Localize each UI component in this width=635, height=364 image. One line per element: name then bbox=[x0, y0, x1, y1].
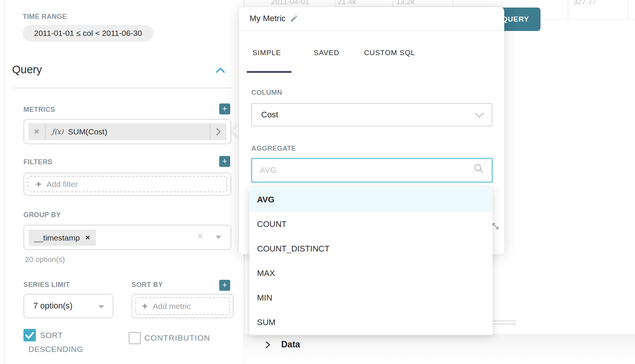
data-section-label: Data bbox=[281, 339, 300, 350]
metric-body[interactable]: ƒ(x) SUM(Cost) bbox=[46, 123, 210, 140]
function-icon: ƒ(x) bbox=[52, 128, 64, 136]
contribution-label: CONTRIBUTION bbox=[144, 333, 210, 342]
clear-select-icon[interactable]: ✕ bbox=[197, 232, 203, 241]
plus-icon: + bbox=[142, 302, 147, 310]
column-label: COLUMN bbox=[251, 89, 282, 97]
sort-by-container: + Add metric bbox=[132, 294, 234, 318]
aggregate-input[interactable] bbox=[251, 158, 493, 182]
sort-by-label: SORT BY bbox=[132, 281, 163, 289]
search-icon bbox=[473, 163, 484, 174]
time-range-label: TIME RANGE bbox=[23, 13, 67, 21]
add-metric-button[interactable]: + bbox=[219, 103, 230, 114]
remove-metric-icon[interactable]: ✕ bbox=[28, 123, 46, 140]
data-section-header[interactable]: Data bbox=[265, 339, 300, 350]
tab-simple[interactable]: SIMPLE bbox=[252, 49, 281, 57]
active-tab-indicator bbox=[247, 71, 291, 73]
plus-icon: + bbox=[36, 180, 41, 188]
add-filter-button[interactable]: + bbox=[219, 156, 230, 167]
table-grid-line bbox=[528, 19, 635, 20]
chevron-right-icon bbox=[265, 340, 271, 349]
add-sort-metric-button[interactable]: + bbox=[219, 280, 230, 291]
table-cell-value: 327.77 bbox=[573, 0, 596, 6]
aggregate-option-count-distinct[interactable]: COUNT_DISTINCT bbox=[249, 236, 493, 261]
group-by-options-hint: 20 option(s) bbox=[25, 255, 65, 264]
table-grid-line bbox=[452, 0, 453, 6]
metric-name: SUM(Cost) bbox=[68, 127, 107, 136]
add-filter-text: Add filter bbox=[46, 180, 78, 189]
group-by-label: GROUP BY bbox=[23, 211, 61, 219]
column-select-value: Cost bbox=[261, 110, 278, 120]
add-metric-text: Add metric bbox=[153, 302, 190, 311]
aggregate-label: AGGREGATE bbox=[251, 145, 296, 153]
aggregate-option-count[interactable]: COUNT bbox=[249, 212, 493, 236]
table-grid-line bbox=[568, 0, 568, 20]
filters-label: FILTERS bbox=[23, 158, 52, 166]
metric-pill[interactable]: ✕ ƒ(x) SUM(Cost) bbox=[28, 123, 226, 140]
caret-down-icon bbox=[98, 305, 104, 308]
tab-custom-sql[interactable]: CUSTOM SQL bbox=[364, 49, 415, 57]
aggregate-option-max[interactable]: MAX bbox=[249, 261, 493, 285]
group-by-select[interactable]: __timestamp ✕ ✕ bbox=[23, 225, 231, 250]
query-section-title: Query bbox=[12, 63, 42, 76]
group-by-tag-text: __timestamp bbox=[34, 233, 80, 242]
aggregate-option-min[interactable]: MIN bbox=[249, 285, 493, 310]
check-icon bbox=[23, 329, 36, 341]
caret-down-icon[interactable] bbox=[215, 236, 221, 239]
edit-pencil-icon[interactable] bbox=[290, 14, 298, 23]
sort-descending-label: DESCENDING bbox=[28, 345, 83, 354]
metrics-label: METRICS bbox=[23, 106, 55, 114]
data-section-background bbox=[244, 334, 635, 364]
edit-metric-chevron[interactable] bbox=[210, 123, 226, 140]
table-grid-line bbox=[392, 0, 393, 6]
series-limit-select[interactable]: 7 option(s) bbox=[23, 294, 113, 318]
remove-tag-icon[interactable]: ✕ bbox=[85, 234, 90, 241]
chevron-up-icon[interactable] bbox=[215, 66, 225, 74]
table-grid-line bbox=[627, 0, 628, 20]
table-grid-line bbox=[335, 0, 335, 6]
series-limit-label: SERIES LIMIT bbox=[23, 281, 70, 289]
metrics-container: ✕ ƒ(x) SUM(Cost) bbox=[23, 119, 231, 144]
filters-container: + Add filter bbox=[23, 173, 231, 196]
popover-divider bbox=[239, 30, 504, 31]
chevron-down-icon bbox=[474, 111, 484, 119]
panel-edge-line bbox=[493, 321, 516, 321]
tab-saved[interactable]: SAVED bbox=[314, 49, 339, 57]
sort-descending-label: SORT bbox=[40, 331, 63, 340]
group-by-tag: __timestamp ✕ bbox=[29, 230, 96, 246]
table-grid-line bbox=[335, 6, 504, 7]
table-cell-value: 21.4k bbox=[338, 0, 356, 6]
table-cell-value: 13.2k bbox=[396, 0, 415, 6]
chevron-right-icon bbox=[216, 128, 221, 136]
add-sort-metric-dropzone[interactable]: + Add metric bbox=[135, 297, 230, 315]
sort-descending-checkbox[interactable] bbox=[23, 329, 36, 341]
panel-edge-line bbox=[493, 324, 516, 324]
aggregate-option-sum[interactable]: SUM bbox=[249, 310, 493, 335]
column-select[interactable]: Cost bbox=[251, 103, 493, 126]
popover-title: My Metric bbox=[249, 14, 285, 23]
aggregate-dropdown: AVG COUNT COUNT_DISTINCT MAX MIN SUM bbox=[249, 187, 493, 335]
explore-screen: 2011-04-01 00:00:00 21.4k 13.2k 327.77 R… bbox=[0, 0, 635, 364]
section-divider bbox=[12, 88, 231, 88]
add-filter-dropzone[interactable]: + Add filter bbox=[28, 176, 227, 192]
series-limit-value: 7 option(s) bbox=[33, 301, 73, 311]
contribution-checkbox[interactable] bbox=[129, 332, 141, 344]
aggregate-option-avg[interactable]: AVG bbox=[249, 187, 493, 212]
time-range-filter[interactable]: 2011-01-01 ≤ col < 2011-06-30 bbox=[23, 25, 153, 42]
